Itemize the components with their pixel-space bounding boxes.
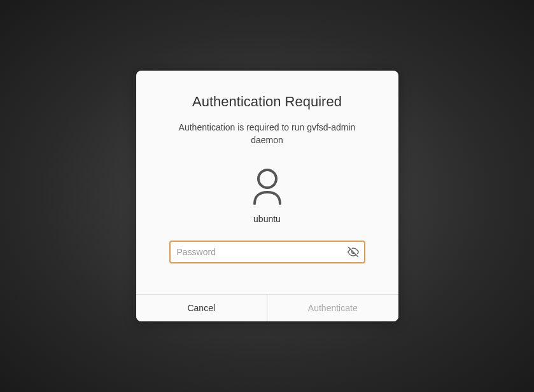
username-label: ubuntu <box>253 214 281 224</box>
svg-point-0 <box>258 170 276 188</box>
eye-off-icon[interactable] <box>348 246 359 258</box>
button-row: Cancel Authenticate <box>136 294 398 321</box>
user-section: ubuntu <box>159 168 376 224</box>
cancel-button[interactable]: Cancel <box>136 295 268 321</box>
password-field-wrapper <box>169 241 365 263</box>
user-icon <box>251 168 284 207</box>
password-input[interactable] <box>169 241 365 263</box>
dialog-title: Authentication Required <box>159 94 376 110</box>
authentication-dialog: Authentication Required Authentication i… <box>136 71 398 321</box>
dialog-body: Authentication Required Authentication i… <box>136 71 398 294</box>
dialog-message: Authentication is required to run gvfsd-… <box>159 122 376 146</box>
authenticate-button[interactable]: Authenticate <box>267 295 398 321</box>
